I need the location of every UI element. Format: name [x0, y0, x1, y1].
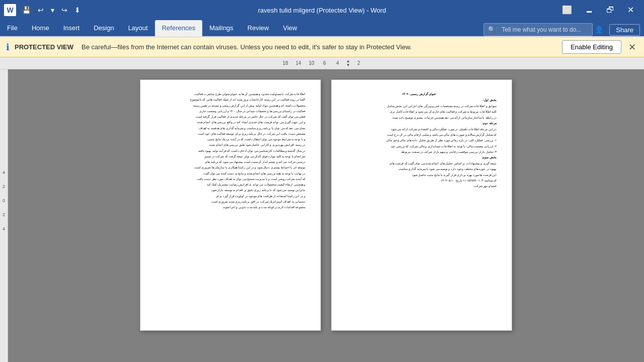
page2-subheading: بخش اول:: [342, 98, 502, 103]
quick-access-toolbar: 💾 ↩ ▾ ↪ ⬇: [19, 4, 84, 16]
page1-para-18: بنابراین توصیه می شود که با برنامه ریزی …: [150, 188, 310, 192]
page1-para-1: اطلاعات شرکت با مسئولیت محدود و همچنین آ…: [150, 92, 310, 96]
ruler-indent-marker: ▲ ▼: [346, 59, 350, 67]
page1-para-6: و این جهت گیری می تواند فرصت های جدیدی ا…: [150, 120, 310, 124]
ruler-v-2: 2: [3, 184, 5, 189]
page1-para-5: فعلی می توان گفت که شرکت در حال حاضر در …: [150, 115, 310, 119]
tab-home[interactable]: Home: [25, 20, 56, 36]
save-button[interactable]: 💾: [19, 4, 34, 16]
page1-para-8: مشخص دست یافت این شرکت در حال برنامه ریز…: [150, 132, 310, 136]
page2-para-3: در رابطه با ساختار سازمانی ارائه می دهد …: [342, 116, 502, 120]
ruler-num-2: 2: [352, 60, 365, 66]
tab-layout[interactable]: Layout: [121, 20, 155, 36]
page1-para-12: سرانجام با توجه به کلیه موارد فوق الذکر …: [150, 154, 310, 158]
horizontal-ruler: 18 14 10 6 4 ▲ ▼ 2: [0, 57, 644, 69]
page2-para-2: کلیه اطلاعات مربوط به شرکت و فعالیت های …: [342, 110, 502, 114]
redo-button[interactable]: ↪: [58, 4, 70, 16]
info-icon: ℹ: [6, 42, 10, 53]
page-2-content: عنوان گزارش رسمی - ۱۴۰۲ بخش اول: سوابق و…: [332, 80, 512, 202]
pages-container: اطلاعات شرکت با مسئولیت محدود و همچنین آ…: [8, 69, 644, 362]
title-bar-left: W 💾 ↩ ▾ ↪ ⬇: [4, 4, 84, 16]
page1-para-7: نشان می دهد که می توان با برنامه ریزی من…: [150, 126, 310, 130]
ruler-arrow-down: ▼: [346, 63, 350, 67]
tab-file[interactable]: File: [0, 20, 25, 36]
search-icon: 🔍: [488, 26, 496, 33]
document-page-2: عنوان گزارش رسمی - ۱۴۰۲ بخش اول: سوابق و…: [331, 79, 512, 331]
word-logo: W: [4, 4, 16, 16]
page-1-content: اطلاعات شرکت با مسئولیت محدود و همچنین آ…: [140, 80, 320, 223]
page1-para-19: و در این راستا استفاده از ظرفیت های موجو…: [150, 194, 310, 198]
enable-editing-button[interactable]: Enable Editing: [562, 40, 621, 54]
page1-para-11: در سال گذشته و مطالعات کارشناسی می توان …: [150, 149, 310, 153]
undo-button[interactable]: ↩: [35, 4, 47, 16]
ruler-num-4: 4: [331, 60, 344, 66]
page2-para-8: ۳- تحلیل بازار: بررسی موقعیت رقابتی و سه…: [342, 150, 502, 154]
minimize-button[interactable]: 🗕: [579, 3, 599, 17]
share-person-icon: 👤: [595, 26, 603, 34]
page1-para-16: که آینده شرکت روشن است و با مدیریت صحیح …: [150, 177, 310, 181]
page2-subheading-2: مرحله دوم:: [342, 121, 502, 126]
protected-view-bar: ℹ PROTECTED VIEW Be careful—files from t…: [0, 37, 644, 57]
share-button[interactable]: Share: [609, 24, 640, 36]
page1-para-2: الفبا در روند فعالیت در این زمینه کارخان…: [150, 98, 310, 102]
page2-para-4: در این مرحله اطلاعات تکمیلی در مورد عملک…: [342, 127, 502, 131]
page1-para-13: درستی حرکت می کند و چشم انداز آن مثبت اس…: [150, 160, 310, 164]
ruler-num-14: 14: [292, 60, 305, 66]
page1-para-4: فعالیت در راستای بررسی ها و تحقیقات میدا…: [150, 109, 310, 113]
page2-para-13: امضا و مهر شرکت:: [342, 184, 502, 188]
undo-dropdown[interactable]: ▾: [48, 4, 57, 16]
quick-access-dropdown[interactable]: ⬇: [71, 4, 84, 16]
protected-view-message: Be careful—files from the Internet can c…: [82, 43, 557, 51]
page1-para-10: در زمینه افزایش بهره وری و کارایی حاصل ش…: [150, 143, 310, 147]
page2-subheading-3: بخش سوم:: [342, 155, 502, 160]
page2-para-5: که شامل گزارش سالانه و صورت های مالی می …: [342, 133, 502, 137]
page2-para-7: ۲- ارزیابی وضعیت مالی: با توجه به اطلاعا…: [342, 144, 502, 148]
page1-para-15: در نهایت با توجه به همه بررسی های انجام …: [150, 171, 310, 175]
ruler-v-0b: 0: [3, 198, 5, 203]
page2-para-10: بهبود در حوزه های مختلف وجود دارد و توصی…: [342, 167, 502, 171]
page1-para-21: مجموعه اقدامات لازم در کوتاه مدت و بلند …: [150, 205, 310, 209]
ruler-numbers: 18 14 10 6 4 ▲ ▼ 2: [279, 59, 365, 67]
protected-view-label: PROTECTED VIEW: [15, 43, 73, 51]
document-page-1: اطلاعات شرکت با مسئولیت محدود و همچنین آ…: [140, 79, 321, 331]
tabs-right-group: 🔍 👤 Share: [484, 23, 644, 36]
close-button[interactable]: ✕: [621, 3, 640, 17]
tab-insert[interactable]: Insert: [56, 20, 87, 36]
search-input[interactable]: [498, 25, 588, 35]
ruler-v-0: 4: [3, 170, 5, 175]
page2-para-11: این فرصت ها مورد بهره برداری قرار گیرند …: [342, 173, 502, 177]
restore-down-button[interactable]: ⬜: [556, 3, 578, 17]
window-title: ravesh tulid milgerd (Protected View) - …: [258, 7, 386, 14]
ribbon-tabs-bar: File Home Insert Design Layout Reference…: [0, 20, 644, 36]
tab-view[interactable]: View: [276, 20, 304, 36]
page1-para-14: توسعه ای با احتیاط بیشتری دنبال شود و در…: [150, 165, 310, 169]
tab-references[interactable]: References: [155, 20, 202, 36]
page2-para-9: نتیجه گیری و پیشنهادات: بر اساس تحلیل ها…: [342, 161, 502, 165]
window-controls: ⬜ 🗕 🗗 ✕: [556, 3, 640, 17]
tab-design[interactable]: Design: [87, 20, 121, 36]
tabs-left-group: File Home Insert Design Layout Reference…: [0, 20, 304, 36]
vertical-ruler: 4 2 0 2 4: [0, 69, 8, 362]
page1-para-3: محصولات داشته اند و همچنین مواد اولیه پی…: [150, 104, 310, 108]
title-bar: W 💾 ↩ ▾ ↪ ⬇ ravesh tulid milgerd (Protec…: [0, 0, 644, 20]
page1-para-9: و با توجه به شرایط موجود می توان انتظار …: [150, 137, 310, 141]
ruler-num-18: 18: [279, 60, 292, 66]
ruler-v-4: 4: [3, 226, 5, 231]
page2-para-12: کد شناسه: ۱۰۳-۱۵۶۷۸۹۰-۱۱ تاریخ: ۱۴۰۲/۰۵/…: [342, 178, 502, 183]
page1-para-20: دستیابی به اهداف استراتژیک شرکت در افق ب…: [150, 200, 310, 204]
page2-para-1: سوابق و اطلاعات شرکت در زمینه مشخصات فنی…: [342, 104, 502, 108]
ruler-v-2b: 2: [3, 212, 5, 217]
document-area[interactable]: 4 2 0 2 4 اطلاعات شرکت با مسئولیت محدود …: [0, 69, 644, 362]
tab-mailings[interactable]: Mailings: [202, 20, 240, 36]
protected-view-close-button[interactable]: ✕: [626, 42, 638, 53]
page1-para-17: و همچنین ارتقاء کیفیت محصولات می تواند ب…: [150, 183, 310, 187]
ruler-num-6: 6: [318, 60, 331, 66]
ruler-num-10: 10: [305, 60, 318, 66]
tab-review[interactable]: Review: [240, 20, 276, 36]
page2-para-6: ۱- بررسی عملکرد کلی: در بازه زمانی مورد …: [342, 138, 502, 142]
page2-heading: عنوان گزارش رسمی - ۱۴۰۲: [342, 92, 502, 97]
maximize-button[interactable]: 🗗: [600, 3, 620, 17]
